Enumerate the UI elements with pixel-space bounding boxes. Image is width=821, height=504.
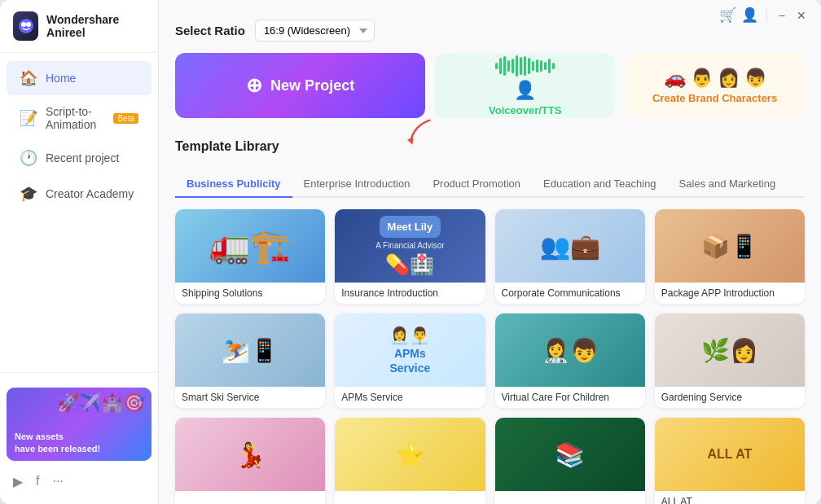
template-card-insurance[interactable]: Meet Lily A Financial Advisor 💊🏥 Insuran… bbox=[335, 209, 485, 304]
template-card-row3c[interactable]: 📚 bbox=[495, 418, 645, 504]
template-card-row3d[interactable]: ALL AT ALL AT bbox=[655, 418, 805, 504]
ratio-select[interactable]: 16:9 (Widescreen)9:16 (Portrait)1:1 (Squ… bbox=[255, 20, 375, 42]
template-thumb-corporate: 👥💼 bbox=[495, 209, 645, 283]
brand-title: Create Brand Characters bbox=[652, 92, 777, 104]
more-icon[interactable]: ··· bbox=[52, 474, 63, 489]
sidebar-nav: 🏠 Home 📝 Script-to-Animation Beta 🕐 Rece… bbox=[0, 53, 158, 219]
wbar bbox=[532, 61, 534, 71]
wbar bbox=[528, 58, 530, 74]
tab-enterprise[interactable]: Enterprise Introduction bbox=[292, 171, 422, 198]
brand-figure1: 🚗 bbox=[664, 68, 686, 89]
wbar bbox=[499, 58, 502, 74]
section-title: Template Library bbox=[175, 139, 279, 154]
app-logo: Wondershare Anireel bbox=[0, 0, 158, 53]
template-name-row3b bbox=[335, 491, 485, 501]
template-thumb-gardening: 🌿👩 bbox=[655, 313, 805, 387]
waveform bbox=[495, 55, 555, 77]
template-name-corporate: Corporate Communications bbox=[495, 283, 645, 304]
wbar bbox=[540, 60, 542, 72]
template-card-shipping[interactable]: 🚛🏗️ Shipping Solutions bbox=[175, 209, 325, 304]
wbar bbox=[511, 59, 514, 73]
youtube-icon[interactable]: ▶ bbox=[13, 474, 23, 489]
tab-product[interactable]: Product Promotion bbox=[421, 171, 532, 198]
brand-card[interactable]: 🚗 👨 👩 👦 Create Brand Characters bbox=[625, 53, 805, 118]
template-name-package: Package APP Introduction bbox=[655, 283, 805, 304]
template-thumb-shipping: 🚛🏗️ bbox=[175, 209, 325, 283]
template-card-apms[interactable]: 👩‍💼👨‍💼 APMs Service APMs Service bbox=[335, 313, 485, 408]
tabs: Business Publicity Enterprise Introducti… bbox=[175, 171, 805, 198]
app-name: Wondershare Anireel bbox=[46, 13, 145, 39]
sidebar: Wondershare Anireel 🏠 Home 📝 Script-to-A… bbox=[0, 0, 159, 504]
template-card-gardening[interactable]: 🌿👩 Gardening Service bbox=[655, 313, 805, 408]
template-name-shipping: Shipping Solutions bbox=[175, 283, 325, 304]
minimize-button[interactable]: − bbox=[775, 7, 788, 24]
sidebar-banner[interactable]: 🚀✈️🏰🎯 New assets have been released! bbox=[7, 388, 151, 461]
svg-point-2 bbox=[26, 22, 31, 27]
wbar bbox=[516, 55, 518, 77]
template-name-row3c bbox=[495, 491, 645, 501]
home-icon: 🏠 bbox=[20, 69, 37, 87]
template-name-gardening: Gardening Service bbox=[655, 387, 805, 408]
template-card-corporate[interactable]: 👥💼 Corporate Communications bbox=[495, 209, 645, 304]
svg-point-0 bbox=[19, 19, 33, 33]
arrow-indicator bbox=[397, 114, 446, 156]
template-grid: 🚛🏗️ Shipping Solutions Meet Lily A Finan… bbox=[175, 209, 805, 504]
voiceover-card[interactable]: 👤 Voiceover/TTS bbox=[435, 53, 615, 118]
voiceover-title: Voiceover/TTS bbox=[489, 104, 561, 116]
sidebar-item-home[interactable]: 🏠 Home bbox=[7, 61, 151, 95]
script-icon: 📝 bbox=[20, 109, 37, 127]
template-thumb-row3d: ALL AT bbox=[655, 418, 805, 491]
brand-figure4: 👦 bbox=[744, 68, 766, 89]
academy-icon: 🎓 bbox=[20, 185, 37, 203]
wbar bbox=[544, 62, 547, 70]
sidebar-item-academy[interactable]: 🎓 Creator Academy bbox=[7, 177, 151, 211]
wbar bbox=[548, 59, 551, 73]
wbar bbox=[503, 56, 506, 76]
template-thumb-row3a: 💃 bbox=[175, 418, 325, 491]
template-card-virtual[interactable]: 👩‍⚕️👦 Virtual Care For Children bbox=[495, 313, 645, 408]
cards-row: ⊕ New Project bbox=[175, 53, 805, 118]
recent-icon: 🕐 bbox=[20, 149, 37, 167]
beta-badge: Beta bbox=[113, 113, 138, 124]
template-name-virtual: Virtual Care For Children bbox=[495, 387, 645, 408]
sidebar-label-script: Script-to-Animation bbox=[46, 105, 102, 131]
facebook-icon[interactable]: f bbox=[36, 474, 39, 489]
user-icon[interactable]: 👤 bbox=[741, 7, 758, 24]
svg-point-1 bbox=[21, 22, 26, 27]
template-thumb-virtual: 👩‍⚕️👦 bbox=[495, 313, 645, 387]
template-name-insurance: Insurance Introduction bbox=[335, 283, 485, 304]
template-card-ski[interactable]: ⛷️📱 Smart Ski Service bbox=[175, 313, 325, 408]
sidebar-label-academy: Creator Academy bbox=[46, 187, 134, 200]
tab-sales[interactable]: Sales and Marketing bbox=[668, 171, 788, 198]
sidebar-item-script[interactable]: 📝 Script-to-Animation Beta bbox=[7, 97, 151, 139]
wbar bbox=[552, 63, 555, 69]
wbar bbox=[495, 63, 498, 69]
template-name-row3a bbox=[175, 491, 325, 501]
app-window: 🛒 👤 − ✕ Wondershare Anireel 🏠 Home 📝 Scr… bbox=[0, 0, 821, 504]
tab-education[interactable]: Education and Teaching bbox=[532, 171, 668, 198]
template-name-apms: APMs Service bbox=[335, 387, 485, 408]
wbar bbox=[520, 57, 522, 75]
cart-icon[interactable]: 🛒 bbox=[719, 7, 736, 24]
wbar bbox=[524, 56, 526, 76]
ratio-label: Select Ratio bbox=[175, 24, 245, 37]
template-thumb-row3c: 📚 bbox=[495, 418, 645, 491]
template-name-ski: Smart Ski Service bbox=[175, 387, 325, 408]
template-thumb-apms: 👩‍💼👨‍💼 APMs Service bbox=[335, 313, 485, 387]
banner-text: New assets have been released! bbox=[7, 424, 108, 461]
close-button[interactable]: ✕ bbox=[793, 7, 810, 24]
sidebar-label-recent: Recent project bbox=[46, 151, 119, 164]
sidebar-item-recent[interactable]: 🕐 Recent project bbox=[7, 141, 151, 175]
template-thumb-insurance: Meet Lily A Financial Advisor 💊🏥 bbox=[335, 209, 485, 283]
tab-business-publicity[interactable]: Business Publicity bbox=[175, 171, 292, 198]
brand-figure2: 👨 bbox=[691, 68, 713, 89]
plus-icon: ⊕ bbox=[246, 74, 262, 97]
svg-marker-3 bbox=[407, 138, 415, 146]
brand-figure3: 👩 bbox=[718, 68, 740, 89]
template-card-package[interactable]: 📦📱 Package APP Introduction bbox=[655, 209, 805, 304]
template-card-row3b[interactable]: ⭐ bbox=[335, 418, 485, 504]
wbar bbox=[507, 60, 510, 72]
template-card-row3a[interactable]: 💃 bbox=[175, 418, 325, 504]
divider bbox=[766, 9, 767, 22]
new-project-card[interactable]: ⊕ New Project bbox=[175, 53, 425, 118]
